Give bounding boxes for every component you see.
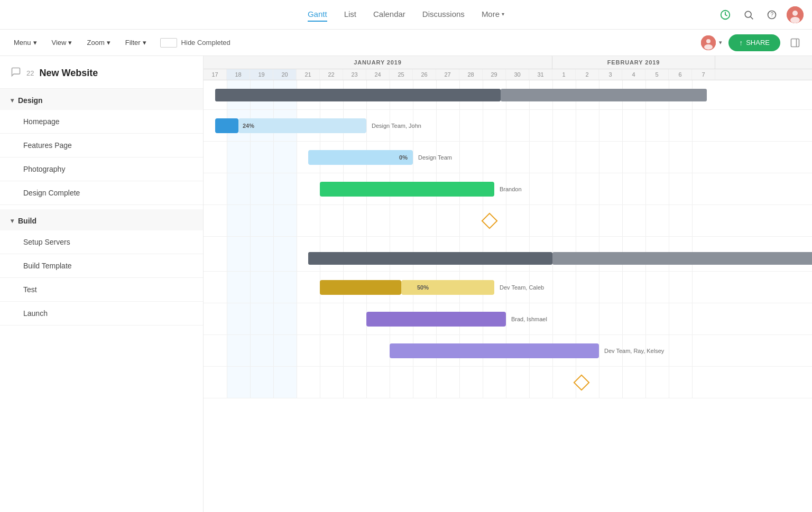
main-content: 22 New Website ▾ Design Homepage Feature… xyxy=(0,56,812,512)
homepage-bar-right[interactable]: 24% xyxy=(238,118,366,133)
gantt-area[interactable]: JANUARY 2019 FEBRUARY 2019 17 18 19 20 2… xyxy=(204,56,812,512)
day-21: 21 xyxy=(297,69,320,80)
row-setup-servers: 50% Dev Team, Caleb xyxy=(204,272,812,303)
day-feb7: 7 xyxy=(692,69,715,80)
section-design-label: Design xyxy=(18,96,43,105)
day-feb6: 6 xyxy=(669,69,692,80)
section-spacer xyxy=(204,237,812,245)
chevron-down-icon: ▾ xyxy=(502,11,504,17)
build-summary-bar-ext[interactable] xyxy=(552,252,812,265)
day-feb1: 1 xyxy=(552,69,576,80)
share-button[interactable]: ↑ SHARE xyxy=(728,34,780,51)
day-29: 29 xyxy=(483,69,506,80)
month-row: JANUARY 2019 FEBRUARY 2019 xyxy=(204,56,812,69)
svg-point-10 xyxy=(704,44,713,50)
tab-calendar[interactable]: Calendar xyxy=(373,7,405,22)
toggle-checkbox[interactable] xyxy=(160,38,177,48)
homepage-bar-left[interactable] xyxy=(215,118,238,133)
task-design-complete[interactable]: Design Complete xyxy=(0,181,203,205)
build-summary-bar[interactable] xyxy=(308,252,552,265)
tab-more[interactable]: More ▾ xyxy=(482,7,504,22)
day-row: 17 18 19 20 21 22 23 24 25 26 27 28 29 3… xyxy=(204,69,812,80)
setup-pct-label: 50% xyxy=(401,284,433,291)
photography-assignee: Brandon xyxy=(500,186,522,192)
homepage-pct-label: 24% xyxy=(238,123,259,129)
collapse-arrow-design: ▾ xyxy=(11,97,14,104)
svg-point-9 xyxy=(706,39,710,43)
project-name: New Website xyxy=(39,68,98,79)
row-test: Dev Team, Ray, Kelsey xyxy=(204,335,812,367)
top-navigation: Gantt List Calendar Discussions More ▾ ? xyxy=(0,0,812,30)
design-summary-bar[interactable] xyxy=(215,89,501,101)
day-18: 18 xyxy=(227,69,250,80)
launch-milestone[interactable] xyxy=(573,374,589,390)
user-avatar-sm xyxy=(701,35,716,50)
task-homepage[interactable]: Homepage xyxy=(0,110,203,134)
test-bar[interactable] xyxy=(390,343,599,358)
homepage-assignee: Design Team, John xyxy=(372,123,421,129)
project-title-row: 22 New Website xyxy=(0,56,203,89)
day-24: 24 xyxy=(366,69,390,80)
user-selector[interactable]: ▾ xyxy=(701,35,722,50)
setup-bar-empty[interactable]: 50% xyxy=(401,280,494,295)
task-build-template[interactable]: Build Template xyxy=(0,254,203,278)
hide-completed-toggle[interactable]: Hide Completed xyxy=(160,38,230,48)
chevron-down-icon: ▾ xyxy=(107,39,110,46)
setup-bar-filled[interactable] xyxy=(320,280,401,295)
day-feb4: 4 xyxy=(622,69,645,80)
collapse-arrow-build: ▾ xyxy=(11,217,14,225)
task-setup-servers[interactable]: Setup Servers xyxy=(0,230,203,254)
search-icon[interactable] xyxy=(740,6,757,23)
gantt-wrapper: JANUARY 2019 FEBRUARY 2019 17 18 19 20 2… xyxy=(204,56,812,398)
tab-discussions[interactable]: Discussions xyxy=(422,7,465,22)
task-launch[interactable]: Launch xyxy=(0,302,203,325)
design-summary-bar-ext[interactable] xyxy=(501,89,707,101)
svg-point-7 xyxy=(790,17,800,23)
chevron-down-icon: ▾ xyxy=(719,39,722,46)
day-19: 19 xyxy=(250,69,273,80)
toolbar: Menu ▾ View ▾ Zoom ▾ Filter ▾ Hide Compl… xyxy=(0,30,812,56)
photography-bar[interactable] xyxy=(320,182,494,197)
design-complete-milestone[interactable] xyxy=(481,212,497,229)
section-build-label: Build xyxy=(18,217,36,225)
tab-gantt[interactable]: Gantt xyxy=(308,7,327,22)
day-25: 25 xyxy=(390,69,413,80)
row-homepage: 24% Design Team, John xyxy=(204,110,812,142)
comment-icon[interactable] xyxy=(11,67,21,80)
nav-right-actions: ? xyxy=(717,6,804,23)
svg-point-6 xyxy=(792,11,798,16)
day-28: 28 xyxy=(459,69,483,80)
section-design[interactable]: ▾ Design xyxy=(0,89,203,110)
menu-button[interactable]: Menu ▾ xyxy=(8,35,42,50)
gantt-body: 24% Design Team, John 0% Design Team Bra… xyxy=(204,80,812,398)
zoom-button[interactable]: Zoom ▾ xyxy=(81,35,115,50)
row-build-template: Brad, Ishmael xyxy=(204,303,812,335)
view-button[interactable]: View ▾ xyxy=(47,35,78,50)
day-30: 30 xyxy=(506,69,529,80)
panel-toggle-icon[interactable] xyxy=(787,34,804,51)
day-20: 20 xyxy=(273,69,297,80)
day-27: 27 xyxy=(436,69,459,80)
section-build[interactable]: ▾ Build xyxy=(0,209,203,230)
user-avatar[interactable] xyxy=(787,6,804,23)
task-features-page[interactable]: Features Page xyxy=(0,134,203,157)
help-icon[interactable]: ? xyxy=(763,6,780,23)
project-summary-row xyxy=(204,80,812,110)
nav-tabs: Gantt List Calendar Discussions More ▾ xyxy=(308,7,504,22)
features-bar[interactable]: 0% xyxy=(308,150,413,165)
filter-button[interactable]: Filter ▾ xyxy=(120,35,152,50)
build-template-bar[interactable] xyxy=(366,312,506,327)
row-features-page: 0% Design Team xyxy=(204,142,812,173)
task-photography[interactable]: Photography xyxy=(0,157,203,181)
tab-list[interactable]: List xyxy=(344,7,356,22)
features-assignee: Design Team xyxy=(418,154,452,161)
chevron-down-icon: ▾ xyxy=(143,39,146,46)
timer-icon[interactable] xyxy=(717,6,734,23)
task-test[interactable]: Test xyxy=(0,278,203,302)
january-label: JANUARY 2019 xyxy=(204,56,552,69)
toolbar-right: ▾ ↑ SHARE xyxy=(701,34,804,51)
chevron-down-icon: ▾ xyxy=(68,39,72,46)
svg-point-1 xyxy=(745,11,751,17)
share-icon: ↑ xyxy=(739,39,743,47)
day-26: 26 xyxy=(413,69,436,80)
